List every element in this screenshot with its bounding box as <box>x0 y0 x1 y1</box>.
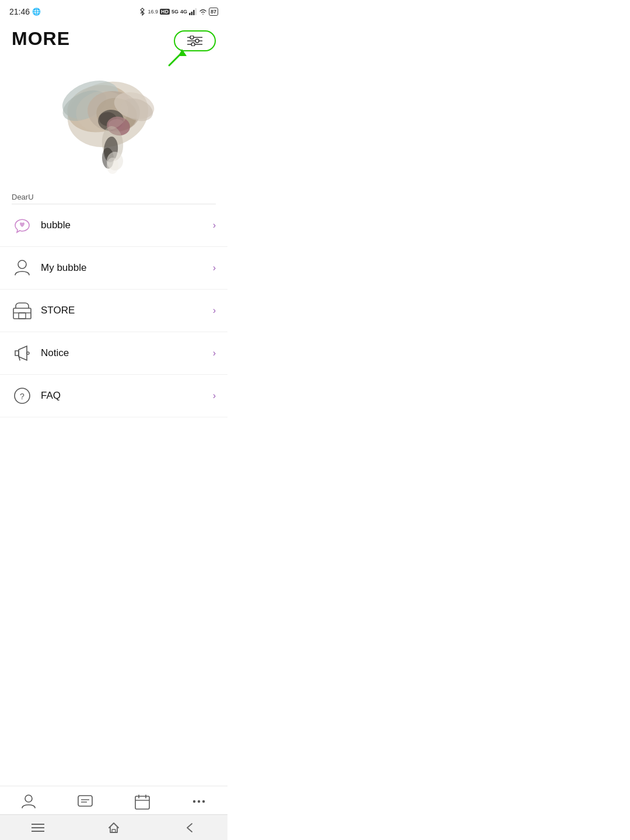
my-bubble-label: My bubble <box>41 262 213 274</box>
store-icon <box>12 300 33 321</box>
chevron-right-bubble: › <box>213 220 216 231</box>
chevron-right-notice: › <box>213 348 216 358</box>
chevron-right-my-bubble: › <box>213 263 216 273</box>
my-bubble-icon <box>12 257 33 278</box>
sys-menu-button[interactable] <box>26 819 50 836</box>
svg-rect-32 <box>13 308 31 319</box>
section-label: DearU <box>0 188 228 204</box>
artwork-container <box>0 56 228 188</box>
hd-icon: HD <box>160 9 170 15</box>
bubble-icon <box>12 215 33 236</box>
nav-item-schedule[interactable] <box>114 793 171 810</box>
sys-back-icon <box>184 822 195 834</box>
chevron-right-store: › <box>213 305 216 316</box>
menu-item-notice[interactable]: Notice › <box>0 332 228 375</box>
faq-label: FAQ <box>41 390 213 402</box>
nav-item-profile[interactable] <box>0 793 57 810</box>
svg-rect-42 <box>135 796 149 809</box>
svg-point-35 <box>27 352 29 354</box>
bt-icon <box>139 8 146 16</box>
artwork-image <box>50 68 178 179</box>
menu-item-faq[interactable]: ? FAQ › <box>0 375 228 417</box>
svg-point-9 <box>195 39 199 43</box>
svg-rect-39 <box>78 796 92 806</box>
menu-item-store[interactable]: STORE › <box>0 290 228 332</box>
menu-item-my-bubble[interactable]: My bubble › <box>0 247 228 290</box>
notice-icon <box>12 343 33 364</box>
signal-text: 16.9 <box>148 9 158 15</box>
svg-marker-12 <box>178 49 187 56</box>
svg-text:?: ? <box>20 392 24 401</box>
artwork-svg <box>50 68 178 179</box>
battery-icon: 87 <box>209 8 218 16</box>
nav-calendar-icon <box>134 793 150 810</box>
chevron-right-faq: › <box>213 391 216 401</box>
svg-point-10 <box>191 43 195 46</box>
svg-point-31 <box>18 260 26 269</box>
svg-rect-1 <box>189 13 191 15</box>
menu-list: bubble › My bubble › STORE › <box>0 204 228 417</box>
status-icons-group: 16.9 HD 5G 4G 87 <box>139 8 218 16</box>
fiveg-icon: 5G <box>172 9 178 15</box>
arrow-indicator <box>164 48 188 68</box>
wifi-icon <box>199 8 207 15</box>
page-header: MORE <box>0 21 228 56</box>
sys-home-button[interactable] <box>102 819 125 836</box>
page-title: MORE <box>12 28 70 50</box>
svg-point-46 <box>193 800 195 803</box>
svg-point-47 <box>198 800 200 803</box>
fourg-icon: 4G <box>180 9 187 15</box>
system-nav <box>0 814 228 840</box>
faq-icon: ? <box>12 385 33 406</box>
sys-home-icon <box>108 822 120 834</box>
status-bar: 21:46 🌐 16.9 HD 5G 4G <box>0 0 228 21</box>
nav-item-more[interactable] <box>171 793 228 810</box>
svg-point-29 <box>107 158 118 174</box>
status-time: 21:46 <box>9 7 30 16</box>
menu-item-bubble[interactable]: bubble › <box>0 204 228 247</box>
svg-point-38 <box>25 795 32 802</box>
bottom-nav <box>0 786 228 814</box>
svg-rect-33 <box>19 313 26 319</box>
nav-more-icon <box>191 793 207 810</box>
signal-bars <box>189 8 197 15</box>
filter-sliders-icon <box>187 36 202 46</box>
svg-rect-2 <box>191 12 192 15</box>
svg-point-8 <box>190 36 194 39</box>
bubble-label: bubble <box>41 219 213 231</box>
nav-profile-icon <box>20 793 37 810</box>
store-label: STORE <box>41 305 213 316</box>
svg-rect-3 <box>193 10 195 15</box>
globe-icon: 🌐 <box>32 8 41 16</box>
nav-item-message[interactable] <box>57 793 114 810</box>
sys-back-button[interactable] <box>178 819 201 836</box>
svg-point-48 <box>202 800 205 803</box>
nav-message-icon <box>77 793 93 810</box>
sys-menu-icon <box>32 823 44 832</box>
notice-label: Notice <box>41 347 213 359</box>
svg-rect-4 <box>195 8 197 15</box>
